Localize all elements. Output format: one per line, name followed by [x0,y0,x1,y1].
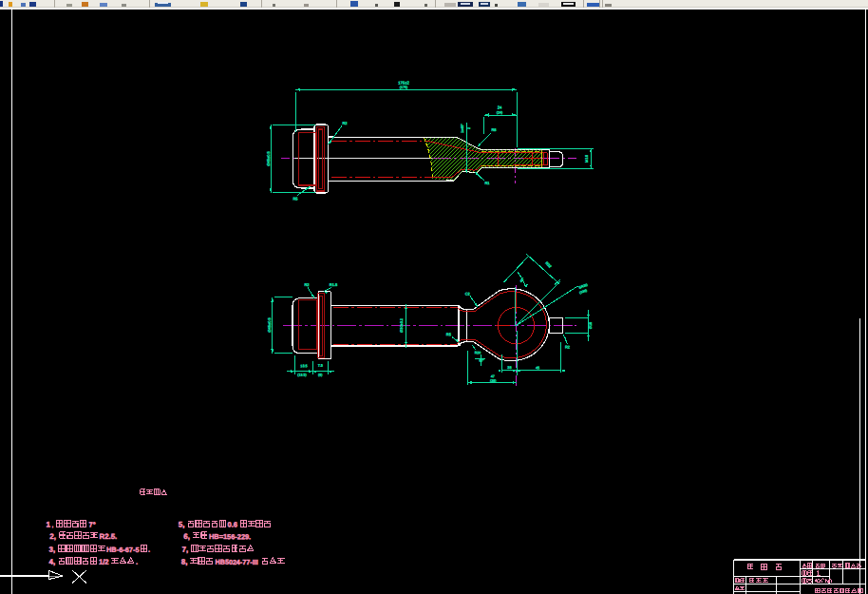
svg-text:1/2: 1/2 [99,558,109,566]
svg-text:8,: 8, [181,558,188,566]
svg-text:1: 1 [46,521,50,529]
svg-text:R5: R5 [292,196,298,201]
svg-text:R8: R8 [491,127,497,132]
svg-text:6,: 6, [183,532,190,541]
svg-text:60°: 60° [479,358,484,362]
svg-text:HB=156-229.: HB=156-229. [209,532,251,541]
svg-text:HB5024-77-III: HB5024-77-III [215,558,257,566]
svg-text:3,: 3, [49,546,56,554]
svg-text:5,: 5, [179,521,185,529]
svg-text:∅30±0.2: ∅30±0.2 [400,318,404,333]
svg-text:R2: R2 [304,282,310,287]
svg-text:45: 45 [536,366,539,370]
svg-text:175±2: 175±2 [398,80,409,85]
svg-text:7°: 7° [88,521,95,529]
svg-text:∅16: ∅16 [590,322,594,330]
svg-text:13.5: 13.5 [300,364,307,368]
svg-text:∅45±0.5: ∅45±0.5 [266,150,271,165]
svg-text:R2.5.: R2.5. [99,532,117,541]
svg-text:(24): (24) [497,110,502,114]
svg-text:.: . [148,546,150,554]
svg-text:HB-6-67-5: HB-6-67-5 [106,546,140,554]
svg-text:R2: R2 [342,121,348,125]
svg-text:(8): (8) [318,374,322,377]
svg-text:(38): (38) [490,379,496,383]
svg-text:2,: 2, [49,532,56,541]
svg-text:R1.5: R1.5 [330,282,338,287]
svg-text:R20: R20 [475,351,481,354]
svg-text:47: 47 [491,374,495,378]
svg-text:(13.5): (13.5) [297,374,306,377]
svg-text:1x45°: 1x45° [461,124,464,133]
svg-text:.: . [136,558,138,566]
svg-text:7,: 7, [182,546,189,554]
svg-text:R2: R2 [565,344,571,349]
svg-text:R5: R5 [446,332,452,336]
svg-text:7.5: 7.5 [318,364,323,368]
svg-text:2: 2 [467,127,471,129]
svg-text:,: , [51,523,53,529]
svg-text:38: 38 [507,366,511,370]
svg-text:(175): (175) [400,86,407,89]
svg-text:∅45±0.5: ∅45±0.5 [267,316,272,332]
svg-text:0.6: 0.6 [227,521,237,529]
svg-text:24: 24 [498,105,502,109]
svg-text:C2: C2 [465,291,471,296]
svg-text:M16: M16 [584,154,589,163]
svg-text:4,: 4, [49,558,56,566]
svg-text:R1: R1 [484,181,490,185]
